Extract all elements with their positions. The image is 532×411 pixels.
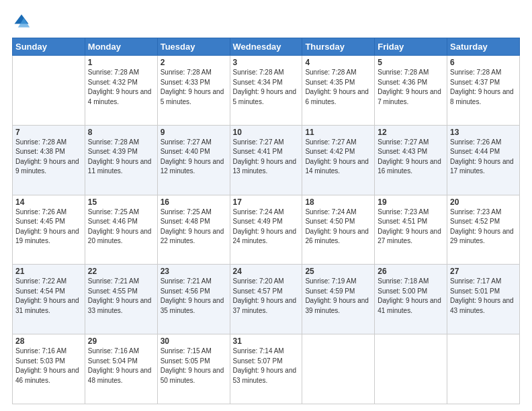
- week-row-1: 1 Sunrise: 7:28 AM Sunset: 4:32 PM Dayli…: [13, 56, 520, 126]
- logo-icon: [12, 12, 31, 31]
- sunset-text: Sunset: 5:01 PM: [450, 287, 500, 295]
- daylight-text: Daylight: 9 hours and 20 minutes.: [88, 228, 152, 245]
- calendar-cell: 26 Sunrise: 7:18 AM Sunset: 5:00 PM Dayl…: [375, 265, 447, 334]
- sunset-text: Sunset: 4:35 PM: [305, 79, 355, 86]
- daylight-text: Daylight: 9 hours and 46 minutes.: [15, 367, 79, 384]
- day-info: Sunrise: 7:27 AM Sunset: 4:42 PM Dayligh…: [305, 138, 371, 177]
- sunrise-text: Sunrise: 7:26 AM: [450, 138, 501, 146]
- day-number: 10: [233, 128, 300, 137]
- day-info: Sunrise: 7:27 AM Sunset: 4:41 PM Dayligh…: [233, 138, 300, 177]
- calendar-cell: 24 Sunrise: 7:20 AM Sunset: 4:57 PM Dayl…: [230, 265, 302, 334]
- sunset-text: Sunset: 4:36 PM: [378, 79, 427, 86]
- day-info: Sunrise: 7:18 AM Sunset: 5:00 PM Dayligh…: [378, 277, 444, 316]
- calendar-table: SundayMondayTuesdayWednesdayThursdayFrid…: [12, 38, 520, 404]
- calendar-cell: 25 Sunrise: 7:19 AM Sunset: 4:59 PM Dayl…: [302, 265, 375, 334]
- daylight-text: Daylight: 9 hours and 24 minutes.: [233, 228, 297, 245]
- day-info: Sunrise: 7:14 AM Sunset: 5:07 PM Dayligh…: [233, 347, 300, 385]
- day-number: 26: [378, 267, 444, 276]
- calendar-cell: 1 Sunrise: 7:28 AM Sunset: 4:32 PM Dayli…: [85, 56, 157, 126]
- day-info: Sunrise: 7:15 AM Sunset: 5:05 PM Dayligh…: [161, 347, 227, 385]
- sunrise-text: Sunrise: 7:28 AM: [161, 68, 212, 76]
- sunrise-text: Sunrise: 7:18 AM: [378, 277, 429, 285]
- sunrise-text: Sunrise: 7:25 AM: [161, 208, 212, 216]
- day-info: Sunrise: 7:27 AM Sunset: 4:40 PM Dayligh…: [161, 138, 227, 177]
- sunrise-text: Sunrise: 7:22 AM: [15, 277, 66, 285]
- day-number: 4: [305, 58, 371, 67]
- calendar-cell: 7 Sunrise: 7:28 AM Sunset: 4:38 PM Dayli…: [13, 125, 85, 195]
- day-number: 19: [378, 197, 444, 207]
- day-info: Sunrise: 7:28 AM Sunset: 4:39 PM Dayligh…: [88, 138, 154, 177]
- day-info: Sunrise: 7:25 AM Sunset: 4:46 PM Dayligh…: [88, 208, 154, 246]
- day-info: Sunrise: 7:22 AM Sunset: 4:54 PM Dayligh…: [15, 277, 82, 316]
- calendar-cell: 18 Sunrise: 7:24 AM Sunset: 4:50 PM Dayl…: [302, 195, 375, 265]
- calendar-cell: 12 Sunrise: 7:27 AM Sunset: 4:43 PM Dayl…: [375, 125, 447, 195]
- sunrise-text: Sunrise: 7:15 AM: [161, 347, 212, 355]
- day-info: Sunrise: 7:16 AM Sunset: 5:04 PM Dayligh…: [88, 347, 154, 385]
- calendar-cell: 17 Sunrise: 7:24 AM Sunset: 4:49 PM Dayl…: [230, 195, 302, 265]
- weekday-header-row: SundayMondayTuesdayWednesdayThursdayFrid…: [13, 38, 520, 56]
- sunset-text: Sunset: 4:46 PM: [88, 218, 138, 225]
- day-info: Sunrise: 7:28 AM Sunset: 4:35 PM Dayligh…: [305, 68, 371, 107]
- sunset-text: Sunset: 4:37 PM: [450, 79, 500, 86]
- sunrise-text: Sunrise: 7:28 AM: [378, 68, 429, 76]
- week-row-4: 21 Sunrise: 7:22 AM Sunset: 4:54 PM Dayl…: [13, 265, 520, 334]
- daylight-text: Daylight: 9 hours and 4 minutes.: [88, 88, 152, 105]
- calendar-cell: 27 Sunrise: 7:17 AM Sunset: 5:01 PM Dayl…: [447, 265, 520, 334]
- day-number: 1: [88, 58, 154, 67]
- day-number: 23: [161, 267, 227, 276]
- day-info: Sunrise: 7:23 AM Sunset: 4:51 PM Dayligh…: [378, 208, 444, 246]
- sunset-text: Sunset: 4:48 PM: [161, 218, 210, 225]
- day-number: 5: [378, 58, 444, 67]
- week-row-5: 28 Sunrise: 7:16 AM Sunset: 5:03 PM Dayl…: [13, 334, 520, 404]
- sunrise-text: Sunrise: 7:21 AM: [161, 277, 212, 285]
- sunrise-text: Sunrise: 7:28 AM: [305, 68, 356, 76]
- day-info: Sunrise: 7:19 AM Sunset: 4:59 PM Dayligh…: [305, 277, 371, 316]
- daylight-text: Daylight: 9 hours and 5 minutes.: [233, 88, 297, 105]
- weekday-header-friday: Friday: [375, 38, 447, 56]
- sunset-text: Sunset: 4:50 PM: [305, 218, 355, 225]
- sunset-text: Sunset: 5:07 PM: [233, 357, 283, 365]
- day-info: Sunrise: 7:17 AM Sunset: 5:01 PM Dayligh…: [450, 277, 517, 316]
- daylight-text: Daylight: 9 hours and 16 minutes.: [378, 158, 441, 175]
- sunrise-text: Sunrise: 7:16 AM: [88, 347, 139, 355]
- day-number: 8: [88, 128, 154, 137]
- calendar-cell: 14 Sunrise: 7:26 AM Sunset: 4:45 PM Dayl…: [13, 195, 85, 265]
- day-info: Sunrise: 7:24 AM Sunset: 4:50 PM Dayligh…: [305, 208, 371, 246]
- calendar-cell: 30 Sunrise: 7:15 AM Sunset: 5:05 PM Dayl…: [157, 334, 230, 404]
- daylight-text: Daylight: 9 hours and 8 minutes.: [450, 88, 514, 105]
- calendar-cell: 29 Sunrise: 7:16 AM Sunset: 5:04 PM Dayl…: [85, 334, 157, 404]
- day-number: 17: [233, 197, 300, 207]
- sunset-text: Sunset: 4:40 PM: [161, 148, 210, 155]
- sunrise-text: Sunrise: 7:23 AM: [378, 208, 429, 216]
- day-number: 20: [450, 197, 517, 207]
- day-info: Sunrise: 7:28 AM Sunset: 4:38 PM Dayligh…: [15, 138, 82, 177]
- weekday-header-sunday: Sunday: [13, 38, 85, 56]
- sunrise-text: Sunrise: 7:28 AM: [15, 138, 66, 146]
- day-info: Sunrise: 7:16 AM Sunset: 5:03 PM Dayligh…: [15, 347, 82, 385]
- calendar-cell: 2 Sunrise: 7:28 AM Sunset: 4:33 PM Dayli…: [157, 56, 230, 126]
- daylight-text: Daylight: 9 hours and 13 minutes.: [233, 158, 297, 175]
- sunset-text: Sunset: 4:33 PM: [161, 79, 210, 86]
- sunset-text: Sunset: 4:57 PM: [233, 287, 283, 295]
- day-info: Sunrise: 7:28 AM Sunset: 4:32 PM Dayligh…: [88, 68, 154, 107]
- sunrise-text: Sunrise: 7:16 AM: [15, 347, 66, 355]
- day-number: 16: [161, 197, 227, 207]
- day-info: Sunrise: 7:26 AM Sunset: 4:45 PM Dayligh…: [15, 208, 82, 246]
- calendar-cell: 11 Sunrise: 7:27 AM Sunset: 4:42 PM Dayl…: [302, 125, 375, 195]
- calendar-cell: 22 Sunrise: 7:21 AM Sunset: 4:55 PM Dayl…: [85, 265, 157, 334]
- day-number: 21: [15, 267, 82, 276]
- sunrise-text: Sunrise: 7:27 AM: [161, 138, 212, 146]
- sunset-text: Sunset: 4:52 PM: [450, 218, 500, 225]
- calendar-cell: 19 Sunrise: 7:23 AM Sunset: 4:51 PM Dayl…: [375, 195, 447, 265]
- sunset-text: Sunset: 5:05 PM: [161, 357, 210, 365]
- sunset-text: Sunset: 4:44 PM: [450, 148, 500, 155]
- sunset-text: Sunset: 4:42 PM: [305, 148, 355, 155]
- sunset-text: Sunset: 4:41 PM: [233, 148, 283, 155]
- calendar-cell: 5 Sunrise: 7:28 AM Sunset: 4:36 PM Dayli…: [375, 56, 447, 126]
- daylight-text: Daylight: 9 hours and 41 minutes.: [378, 297, 441, 314]
- calendar-cell: 3 Sunrise: 7:28 AM Sunset: 4:34 PM Dayli…: [230, 56, 302, 126]
- daylight-text: Daylight: 9 hours and 14 minutes.: [305, 158, 369, 175]
- daylight-text: Daylight: 9 hours and 50 minutes.: [161, 367, 224, 384]
- sunset-text: Sunset: 4:39 PM: [88, 148, 138, 155]
- daylight-text: Daylight: 9 hours and 39 minutes.: [305, 297, 369, 314]
